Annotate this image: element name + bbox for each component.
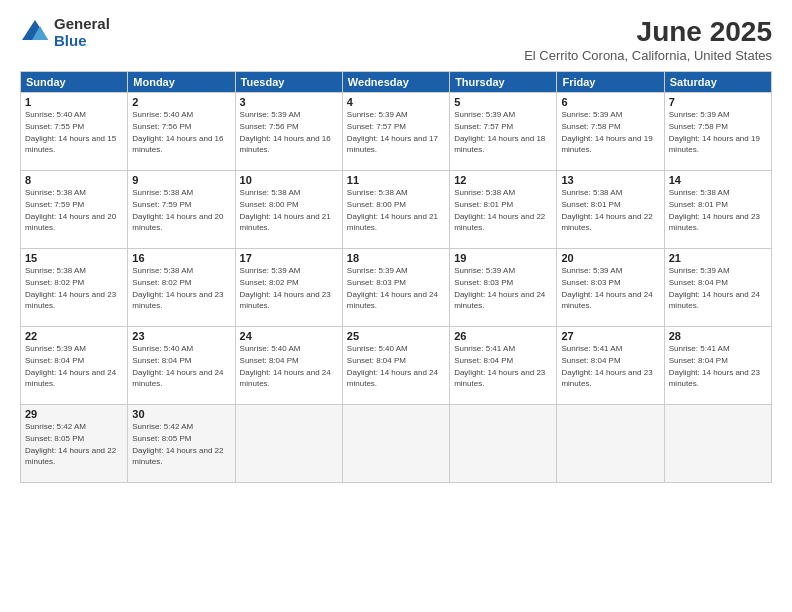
day-number: 12: [454, 174, 552, 186]
day-number: 7: [669, 96, 767, 108]
table-row: 29 Sunrise: 5:42 AMSunset: 8:05 PMDaylig…: [21, 405, 128, 483]
day-info: Sunrise: 5:39 AMSunset: 7:58 PMDaylight:…: [561, 110, 652, 154]
day-number: 27: [561, 330, 659, 342]
day-number: 17: [240, 252, 338, 264]
day-number: 16: [132, 252, 230, 264]
day-number: 1: [25, 96, 123, 108]
table-row: 10 Sunrise: 5:38 AMSunset: 8:00 PMDaylig…: [235, 171, 342, 249]
day-info: Sunrise: 5:39 AMSunset: 7:58 PMDaylight:…: [669, 110, 760, 154]
table-row: 9 Sunrise: 5:38 AMSunset: 7:59 PMDayligh…: [128, 171, 235, 249]
calendar-header-row: Sunday Monday Tuesday Wednesday Thursday…: [21, 72, 772, 93]
table-row: [342, 405, 449, 483]
day-number: 24: [240, 330, 338, 342]
week-row-2: 8 Sunrise: 5:38 AMSunset: 7:59 PMDayligh…: [21, 171, 772, 249]
table-row: 21 Sunrise: 5:39 AMSunset: 8:04 PMDaylig…: [664, 249, 771, 327]
header-friday: Friday: [557, 72, 664, 93]
day-info: Sunrise: 5:39 AMSunset: 7:57 PMDaylight:…: [347, 110, 438, 154]
day-number: 18: [347, 252, 445, 264]
day-number: 19: [454, 252, 552, 264]
table-row: 22 Sunrise: 5:39 AMSunset: 8:04 PMDaylig…: [21, 327, 128, 405]
day-info: Sunrise: 5:40 AMSunset: 7:55 PMDaylight:…: [25, 110, 116, 154]
day-number: 3: [240, 96, 338, 108]
day-number: 29: [25, 408, 123, 420]
day-info: Sunrise: 5:39 AMSunset: 8:03 PMDaylight:…: [347, 266, 438, 310]
table-row: 19 Sunrise: 5:39 AMSunset: 8:03 PMDaylig…: [450, 249, 557, 327]
week-row-3: 15 Sunrise: 5:38 AMSunset: 8:02 PMDaylig…: [21, 249, 772, 327]
table-row: 1 Sunrise: 5:40 AMSunset: 7:55 PMDayligh…: [21, 93, 128, 171]
day-number: 10: [240, 174, 338, 186]
day-info: Sunrise: 5:39 AMSunset: 8:02 PMDaylight:…: [240, 266, 331, 310]
day-number: 4: [347, 96, 445, 108]
table-row: 25 Sunrise: 5:40 AMSunset: 8:04 PMDaylig…: [342, 327, 449, 405]
logo-icon: [20, 18, 50, 48]
day-number: 6: [561, 96, 659, 108]
day-info: Sunrise: 5:39 AMSunset: 7:57 PMDaylight:…: [454, 110, 545, 154]
table-row: 5 Sunrise: 5:39 AMSunset: 7:57 PMDayligh…: [450, 93, 557, 171]
table-row: 15 Sunrise: 5:38 AMSunset: 8:02 PMDaylig…: [21, 249, 128, 327]
day-number: 2: [132, 96, 230, 108]
subtitle: El Cerrito Corona, California, United St…: [524, 48, 772, 63]
day-number: 13: [561, 174, 659, 186]
table-row: 13 Sunrise: 5:38 AMSunset: 8:01 PMDaylig…: [557, 171, 664, 249]
table-row: [235, 405, 342, 483]
day-info: Sunrise: 5:39 AMSunset: 8:04 PMDaylight:…: [669, 266, 760, 310]
day-info: Sunrise: 5:42 AMSunset: 8:05 PMDaylight:…: [25, 422, 116, 466]
day-info: Sunrise: 5:40 AMSunset: 8:04 PMDaylight:…: [132, 344, 223, 388]
day-number: 30: [132, 408, 230, 420]
header: General Blue June 2025 El Cerrito Corona…: [20, 16, 772, 63]
logo-blue: Blue: [54, 33, 110, 50]
day-info: Sunrise: 5:39 AMSunset: 8:04 PMDaylight:…: [25, 344, 116, 388]
day-info: Sunrise: 5:38 AMSunset: 8:01 PMDaylight:…: [454, 188, 545, 232]
table-row: 18 Sunrise: 5:39 AMSunset: 8:03 PMDaylig…: [342, 249, 449, 327]
table-row: 7 Sunrise: 5:39 AMSunset: 7:58 PMDayligh…: [664, 93, 771, 171]
day-info: Sunrise: 5:38 AMSunset: 8:01 PMDaylight:…: [561, 188, 652, 232]
day-info: Sunrise: 5:39 AMSunset: 7:56 PMDaylight:…: [240, 110, 331, 154]
header-wednesday: Wednesday: [342, 72, 449, 93]
week-row-1: 1 Sunrise: 5:40 AMSunset: 7:55 PMDayligh…: [21, 93, 772, 171]
day-info: Sunrise: 5:38 AMSunset: 8:02 PMDaylight:…: [25, 266, 116, 310]
logo-general: General: [54, 16, 110, 33]
table-row: 11 Sunrise: 5:38 AMSunset: 8:00 PMDaylig…: [342, 171, 449, 249]
day-info: Sunrise: 5:40 AMSunset: 8:04 PMDaylight:…: [240, 344, 331, 388]
day-info: Sunrise: 5:40 AMSunset: 8:04 PMDaylight:…: [347, 344, 438, 388]
day-info: Sunrise: 5:38 AMSunset: 8:01 PMDaylight:…: [669, 188, 760, 232]
day-number: 14: [669, 174, 767, 186]
day-info: Sunrise: 5:38 AMSunset: 7:59 PMDaylight:…: [25, 188, 116, 232]
day-info: Sunrise: 5:41 AMSunset: 8:04 PMDaylight:…: [454, 344, 545, 388]
logo-text: General Blue: [54, 16, 110, 49]
main-title: June 2025: [524, 16, 772, 48]
table-row: 26 Sunrise: 5:41 AMSunset: 8:04 PMDaylig…: [450, 327, 557, 405]
week-row-5: 29 Sunrise: 5:42 AMSunset: 8:05 PMDaylig…: [21, 405, 772, 483]
day-info: Sunrise: 5:38 AMSunset: 8:00 PMDaylight:…: [240, 188, 331, 232]
table-row: 17 Sunrise: 5:39 AMSunset: 8:02 PMDaylig…: [235, 249, 342, 327]
table-row: 8 Sunrise: 5:38 AMSunset: 7:59 PMDayligh…: [21, 171, 128, 249]
title-block: June 2025 El Cerrito Corona, California,…: [524, 16, 772, 63]
day-number: 28: [669, 330, 767, 342]
logo: General Blue: [20, 16, 110, 49]
table-row: [557, 405, 664, 483]
header-thursday: Thursday: [450, 72, 557, 93]
week-row-4: 22 Sunrise: 5:39 AMSunset: 8:04 PMDaylig…: [21, 327, 772, 405]
day-info: Sunrise: 5:39 AMSunset: 8:03 PMDaylight:…: [561, 266, 652, 310]
table-row: 27 Sunrise: 5:41 AMSunset: 8:04 PMDaylig…: [557, 327, 664, 405]
day-number: 21: [669, 252, 767, 264]
header-saturday: Saturday: [664, 72, 771, 93]
table-row: 14 Sunrise: 5:38 AMSunset: 8:01 PMDaylig…: [664, 171, 771, 249]
day-number: 22: [25, 330, 123, 342]
header-tuesday: Tuesday: [235, 72, 342, 93]
day-number: 5: [454, 96, 552, 108]
table-row: [450, 405, 557, 483]
day-number: 15: [25, 252, 123, 264]
table-row: 24 Sunrise: 5:40 AMSunset: 8:04 PMDaylig…: [235, 327, 342, 405]
day-info: Sunrise: 5:38 AMSunset: 8:00 PMDaylight:…: [347, 188, 438, 232]
day-number: 23: [132, 330, 230, 342]
table-row: 12 Sunrise: 5:38 AMSunset: 8:01 PMDaylig…: [450, 171, 557, 249]
day-number: 20: [561, 252, 659, 264]
table-row: [664, 405, 771, 483]
table-row: 23 Sunrise: 5:40 AMSunset: 8:04 PMDaylig…: [128, 327, 235, 405]
day-info: Sunrise: 5:41 AMSunset: 8:04 PMDaylight:…: [669, 344, 760, 388]
day-info: Sunrise: 5:38 AMSunset: 7:59 PMDaylight:…: [132, 188, 223, 232]
page: General Blue June 2025 El Cerrito Corona…: [0, 0, 792, 612]
day-number: 25: [347, 330, 445, 342]
day-info: Sunrise: 5:40 AMSunset: 7:56 PMDaylight:…: [132, 110, 223, 154]
